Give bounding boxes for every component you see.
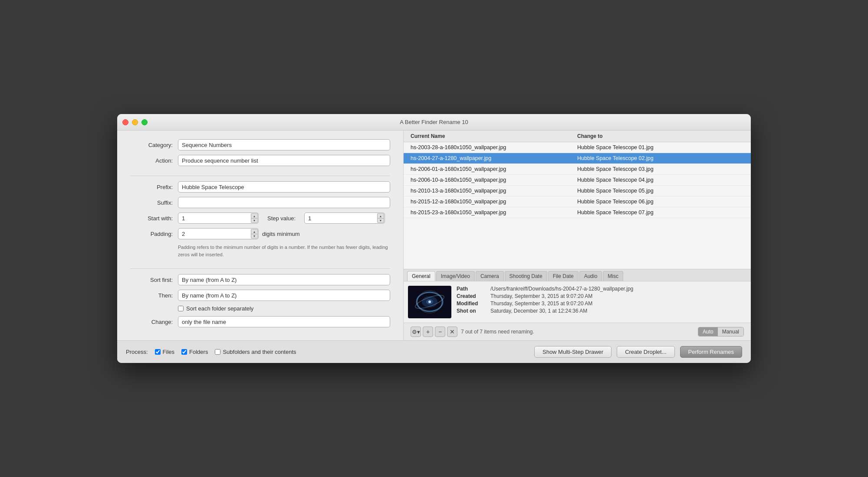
- prefix-label: Prefix:: [130, 184, 178, 190]
- padding-stepper: ▲ ▼: [251, 229, 258, 238]
- current-name-cell: hs-2006-10-a-1680x1050_wallpaper.jpg: [411, 177, 577, 183]
- suffix-wrapper: [178, 197, 390, 208]
- show-multi-step-button[interactable]: Show Multi-Step Drawer: [534, 346, 612, 358]
- table-row[interactable]: hs-2004-27-a-1280_wallpaper.jpgHubble Sp…: [404, 153, 751, 164]
- table-row[interactable]: hs-2010-13-a-1680x1050_wallpaper.jpgHubb…: [404, 186, 751, 196]
- sort-folder-row: Sort each folder separately: [178, 305, 390, 312]
- start-with-up[interactable]: ▲: [251, 213, 258, 218]
- step-value-input[interactable]: [304, 212, 385, 224]
- window-footer: Process: Files Folders Subfolders and th…: [117, 340, 751, 363]
- table-row[interactable]: hs-2003-28-a-1680x1050_wallpaper.jpgHubb…: [404, 142, 751, 153]
- preview-tab-file-date[interactable]: File Date: [548, 271, 579, 281]
- path-value: /Users/frankreiff/Downloads/hs-2004-27-a…: [490, 286, 633, 292]
- traffic-lights: [122, 119, 148, 125]
- shot-row: Shot on Saturday, December 30, 1 at 12:2…: [457, 308, 746, 314]
- then-row: Then: By name (from A to Z) By name (fro…: [130, 290, 390, 301]
- change-to-cell: Hubble Space Telescope 03.jpg: [577, 166, 744, 172]
- current-name-cell: hs-2015-23-a-1680x1050_wallpaper.jpg: [411, 209, 577, 216]
- sort-first-label: Sort first:: [130, 277, 178, 283]
- prefix-row: Prefix:: [130, 181, 390, 193]
- sort-folder-label: Sort each folder separately: [186, 305, 253, 312]
- preview-content: Path /Users/frankreiff/Downloads/hs-2004…: [404, 281, 751, 323]
- gear-button[interactable]: ⚙▾: [411, 327, 421, 337]
- subfolders-label: Subfolders and their contents: [223, 349, 296, 355]
- process-row: Process: Files Folders Subfolders and th…: [126, 349, 529, 355]
- current-name-cell: hs-2015-12-a-1680x1050_wallpaper.jpg: [411, 199, 577, 205]
- preview-tab-misc[interactable]: Misc: [603, 271, 623, 281]
- right-panel: Current Name Change to hs-2003-28-a-1680…: [404, 131, 751, 340]
- preview-tab-shooting-date[interactable]: Shooting Date: [505, 271, 547, 281]
- preview-tab-camera[interactable]: Camera: [476, 271, 504, 281]
- change-to-cell: Hubble Space Telescope 05.jpg: [577, 188, 744, 194]
- category-row: Category: Sequence Numbers Text Date/Tim…: [130, 139, 390, 150]
- add-button[interactable]: +: [423, 327, 433, 337]
- action-select[interactable]: Produce sequence number list Add sequenc…: [178, 155, 390, 166]
- table-row[interactable]: hs-2015-23-a-1680x1050_wallpaper.jpgHubb…: [404, 207, 751, 218]
- change-select[interactable]: only the file name file name and extensi…: [178, 316, 390, 327]
- category-select[interactable]: Sequence Numbers Text Date/Time: [178, 139, 390, 150]
- minimize-button[interactable]: [132, 119, 138, 125]
- then-select[interactable]: By name (from A to Z) By name (from Z to…: [178, 290, 390, 301]
- preview-details: Path /Users/frankreiff/Downloads/hs-2004…: [457, 286, 746, 318]
- preview-tab-audio[interactable]: Audio: [579, 271, 602, 281]
- prefix-input[interactable]: [178, 181, 390, 193]
- step-down[interactable]: ▼: [377, 218, 384, 223]
- files-checkbox[interactable]: [155, 349, 161, 355]
- modified-row: Modified Thursday, September 3, 2015 at …: [457, 301, 746, 307]
- then-label: Then:: [130, 292, 178, 299]
- created-row: Created Thursday, September 3, 2015 at 9…: [457, 293, 746, 299]
- action-label: Action:: [130, 157, 178, 164]
- clear-button[interactable]: ✕: [447, 327, 457, 337]
- process-label: Process:: [126, 349, 148, 355]
- table-row[interactable]: hs-2006-01-a-1680x1050_wallpaper.jpgHubb…: [404, 164, 751, 175]
- perform-renames-button[interactable]: Perform Renames: [680, 346, 742, 358]
- suffix-input[interactable]: [178, 197, 390, 208]
- modified-key: Modified: [457, 301, 487, 307]
- padding-up[interactable]: ▲: [251, 229, 258, 234]
- step-value-stepper: ▲ ▼: [377, 213, 384, 223]
- remove-button[interactable]: −: [435, 327, 445, 337]
- auto-button[interactable]: Auto: [698, 327, 718, 336]
- subfolders-checkbox[interactable]: [215, 349, 220, 355]
- preview-tab-image-video[interactable]: Image/Video: [436, 271, 475, 281]
- change-to-cell: Hubble Space Telescope 06.jpg: [577, 199, 744, 205]
- preview-tab-general[interactable]: General: [407, 271, 435, 281]
- modified-value: Thursday, September 3, 2015 at 9:07:20 A…: [490, 301, 592, 307]
- padding-row: Padding: ▲ ▼ digits minimum: [130, 228, 390, 239]
- start-with-input[interactable]: [178, 212, 259, 224]
- digits-minimum-label: digits minimum: [262, 231, 300, 237]
- maximize-button[interactable]: [141, 119, 148, 125]
- bottom-bar: ⚙▾ + − ✕ 7 out of 7 items need renaming.…: [404, 323, 751, 340]
- separator-1: [130, 176, 390, 176]
- subfolders-checkbox-item: Subfolders and their contents: [215, 349, 296, 355]
- close-button[interactable]: [122, 119, 128, 125]
- step-up[interactable]: ▲: [377, 213, 384, 218]
- start-with-stepper: ▲ ▼: [251, 213, 258, 223]
- then-wrapper: By name (from A to Z) By name (from Z to…: [178, 290, 390, 301]
- sort-folder-checkbox[interactable]: [178, 306, 184, 311]
- preview-section: GeneralImage/VideoCameraShooting DateFil…: [404, 269, 751, 323]
- suffix-label: Suffix:: [130, 199, 178, 206]
- folders-checkbox[interactable]: [181, 349, 187, 355]
- preview-tabs: GeneralImage/VideoCameraShooting DateFil…: [404, 269, 751, 281]
- padding-down[interactable]: ▼: [251, 234, 258, 238]
- change-row: Change: only the file name file name and…: [130, 316, 390, 327]
- path-row: Path /Users/frankreiff/Downloads/hs-2004…: [457, 286, 746, 292]
- current-name-cell: hs-2006-01-a-1680x1050_wallpaper.jpg: [411, 166, 577, 172]
- manual-button[interactable]: Manual: [718, 327, 743, 336]
- current-name-cell: hs-2004-27-a-1280_wallpaper.jpg: [411, 155, 577, 161]
- change-label: Change:: [130, 319, 178, 325]
- table-row[interactable]: hs-2006-10-a-1680x1050_wallpaper.jpgHubb…: [404, 175, 751, 186]
- files-checkbox-item: Files: [155, 349, 174, 355]
- padding-input[interactable]: [178, 228, 259, 239]
- table-row[interactable]: hs-2015-12-a-1680x1050_wallpaper.jpgHubb…: [404, 196, 751, 207]
- main-content: Category: Sequence Numbers Text Date/Tim…: [117, 131, 751, 340]
- sort-first-select[interactable]: By name (from A to Z) By name (from Z to…: [178, 274, 390, 285]
- current-name-cell: hs-2010-13-a-1680x1050_wallpaper.jpg: [411, 188, 577, 194]
- change-to-cell: Hubble Space Telescope 04.jpg: [577, 177, 744, 183]
- start-with-down[interactable]: ▼: [251, 218, 258, 223]
- start-step-row: Start with: ▲ ▼ Step value: ▲: [130, 212, 390, 224]
- svg-point-4: [428, 301, 431, 303]
- create-droplet-button[interactable]: Create Droplet...: [617, 346, 674, 358]
- bottom-actions: ⚙▾ + − ✕: [411, 327, 457, 337]
